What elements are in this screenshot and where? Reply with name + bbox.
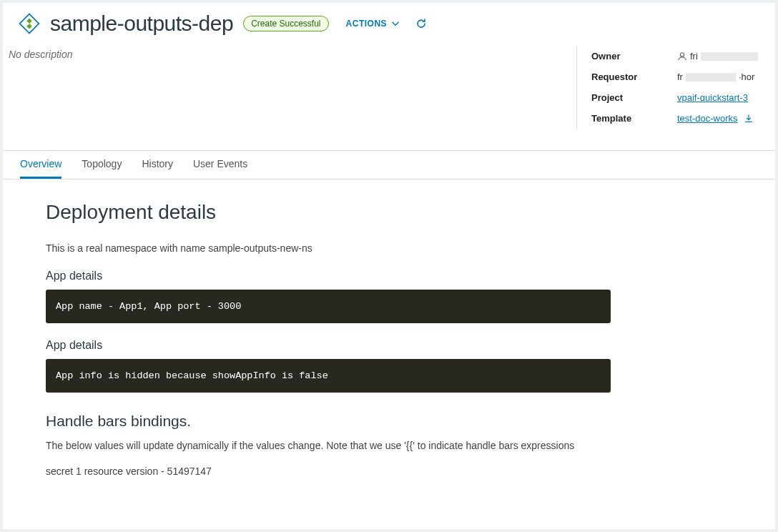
deployment-details-heading: Deployment details — [46, 201, 732, 224]
meta-row-template: Template test-doc-works — [591, 108, 769, 129]
svg-rect-2 — [26, 24, 31, 29]
description-text: No description — [9, 46, 73, 129]
template-label: Template — [591, 113, 677, 124]
download-icon[interactable] — [744, 114, 754, 124]
app-details-label-1: App details — [46, 270, 732, 282]
page-title: sample-outputs-dep — [50, 11, 233, 36]
status-badge: Create Successful — [243, 16, 328, 31]
meta-row-project: Project vpaif-quickstart-3 — [591, 87, 769, 108]
svg-rect-1 — [26, 19, 31, 24]
tab-bar: Overview Topology History User Events — [3, 150, 775, 179]
bindings-heading: Handle bars bindings. — [46, 413, 732, 430]
meta-row-requestor: Requestor fr·hor — [591, 66, 769, 87]
tab-content-overview: Deployment details This is a real namesp… — [3, 179, 775, 498]
actions-label: ACTIONS — [346, 19, 388, 29]
deployment-logo-icon — [16, 10, 43, 37]
refresh-icon[interactable] — [415, 18, 427, 29]
tab-overview[interactable]: Overview — [20, 151, 61, 179]
tab-history[interactable]: History — [142, 151, 173, 179]
namespace-text: This is a real namespace with name sampl… — [46, 242, 732, 254]
code-block-app-info: App info is hidden because showAppInfo i… — [46, 359, 611, 393]
metadata-panel: Owner fri Requestor fr·hor Project vpaif… — [576, 46, 769, 129]
template-link[interactable]: test-doc-works — [677, 113, 738, 124]
owner-label: Owner — [591, 51, 677, 61]
user-icon — [677, 51, 687, 61]
tab-user-events[interactable]: User Events — [193, 151, 247, 179]
actions-dropdown[interactable]: ACTIONS — [346, 19, 400, 29]
project-label: Project — [591, 92, 677, 103]
secret-version-line: secret 1 resource version - 51497147 — [46, 466, 732, 477]
app-details-label-2: App details — [46, 339, 732, 352]
tab-topology[interactable]: Topology — [82, 151, 122, 179]
bindings-text: The below values will update dynamically… — [46, 440, 732, 451]
requestor-value: fr·hor — [677, 72, 754, 82]
svg-point-3 — [680, 52, 684, 56]
project-link[interactable]: vpaif-quickstart-3 — [677, 92, 748, 103]
chevron-down-icon — [391, 19, 400, 28]
requestor-label: Requestor — [591, 72, 677, 82]
owner-value: fri — [677, 51, 758, 61]
meta-row-owner: Owner fri — [591, 46, 769, 66]
code-block-app-name: App name - App1, App port - 3000 — [46, 290, 611, 323]
